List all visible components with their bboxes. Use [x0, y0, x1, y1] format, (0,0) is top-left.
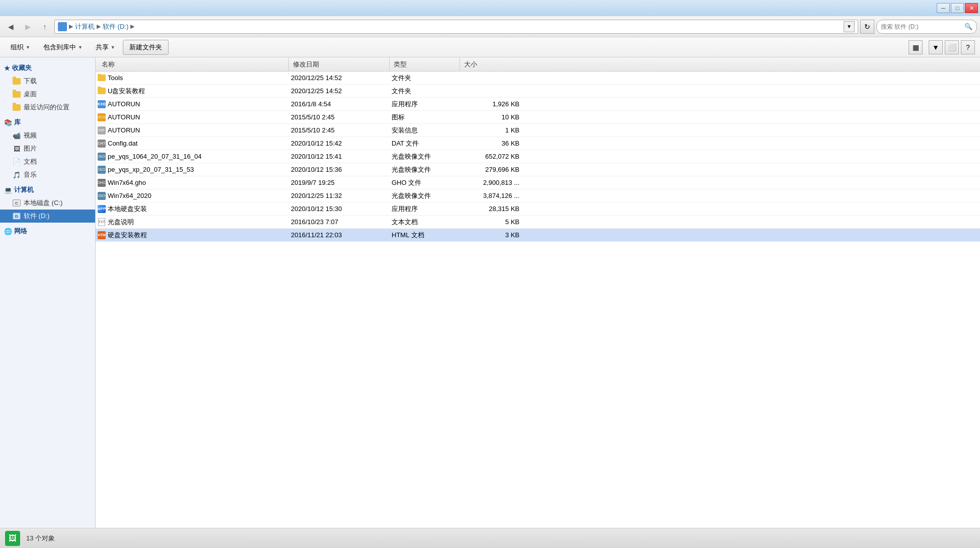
- file-size-cell: 1 KB: [458, 126, 523, 134]
- sidebar-item-drive-c[interactable]: C 本地磁盘 (C:): [0, 196, 95, 210]
- col-type-header[interactable]: 类型: [390, 57, 460, 71]
- forward-button[interactable]: ▶: [20, 20, 35, 34]
- table-row[interactable]: ICO AUTORUN 2015/5/10 2:45 图标 10 KB: [96, 111, 980, 124]
- file-name-cell: DAT Config.dat: [96, 140, 287, 148]
- table-row[interactable]: ISO pe_yqs_1064_20_07_31_16_04 2020/10/1…: [96, 150, 980, 163]
- table-row[interactable]: U盘安装教程 2020/12/25 14:52 文件夹: [96, 85, 980, 98]
- file-name-cell: U盘安装教程: [96, 87, 287, 96]
- file-date-cell: 2015/5/10 2:45: [287, 126, 388, 134]
- table-row[interactable]: EXE AUTORUN 2016/1/8 4:54 应用程序 1,926 KB: [96, 98, 980, 111]
- sidebar-item-document[interactable]: 📄 文档: [0, 155, 95, 168]
- refresh-button[interactable]: ↻: [860, 20, 874, 34]
- file-name-cell: TXT 光盘说明: [96, 218, 287, 227]
- folder-icon: [98, 75, 106, 81]
- sidebar-item-recent[interactable]: 最近访问的位置: [0, 101, 95, 114]
- table-row[interactable]: ISO Win7x64_2020 2020/12/25 11:32 光盘映像文件…: [96, 189, 980, 202]
- table-row[interactable]: DAT Config.dat 2020/10/12 15:42 DAT 文件 3…: [96, 137, 980, 150]
- sidebar-item-download[interactable]: 下载: [0, 75, 95, 88]
- file-date-cell: 2020/10/12 15:42: [287, 140, 388, 147]
- drive-c-icon: C: [13, 199, 21, 207]
- help-button[interactable]: ?: [961, 40, 975, 54]
- inf-icon: INF: [98, 126, 106, 134]
- file-type-cell: 文本文档: [388, 218, 458, 227]
- sidebar-item-picture[interactable]: 🖼 图片: [0, 142, 95, 155]
- file-type-cell: 安装信息: [388, 126, 458, 135]
- file-size-cell: 10 KB: [458, 113, 523, 121]
- txt-icon: TXT: [98, 218, 105, 226]
- computer-section: 💻 计算机 C 本地磁盘 (C:) D 软件 (D:): [0, 183, 95, 223]
- up-button[interactable]: ↑: [37, 20, 52, 34]
- file-date-cell: 2016/11/21 22:03: [287, 231, 388, 239]
- file-type-cell: GHO 文件: [388, 178, 458, 187]
- organize-button[interactable]: 组织 ▼: [5, 40, 36, 55]
- new-folder-button[interactable]: 新建文件夹: [123, 40, 169, 55]
- address-dropdown-btn[interactable]: ▼: [844, 21, 855, 32]
- file-type-cell: DAT 文件: [388, 139, 458, 148]
- sidebar-item-desktop[interactable]: 桌面: [0, 88, 95, 101]
- table-row[interactable]: APP 本地硬盘安装 2020/10/12 15:30 应用程序 28,315 …: [96, 202, 980, 216]
- exe-icon: EXE: [98, 100, 106, 108]
- file-name-text: AUTORUN: [108, 126, 140, 134]
- table-row[interactable]: Tools 2020/12/25 14:52 文件夹: [96, 72, 980, 85]
- library-header[interactable]: 📚 库: [0, 116, 95, 129]
- sidebar-item-video[interactable]: 📹 视频: [0, 129, 95, 142]
- file-name-cell: EXE AUTORUN: [96, 100, 287, 108]
- col-name-header[interactable]: 名称: [98, 57, 289, 71]
- library-icon: 📚: [4, 119, 12, 126]
- file-type-icon: ISO: [98, 192, 106, 200]
- folder-icon: [13, 91, 21, 98]
- file-size-cell: 1,926 KB: [458, 100, 523, 108]
- search-input[interactable]: [881, 23, 962, 30]
- computer-icon: [58, 22, 67, 31]
- file-name-text: pe_yqs_xp_20_07_31_15_53: [108, 166, 194, 173]
- sidebar-item-drive-d[interactable]: D 软件 (D:): [0, 210, 95, 223]
- breadcrumb-computer[interactable]: 计算机: [75, 22, 95, 31]
- view-toggle-button[interactable]: ▦: [909, 40, 923, 54]
- table-row[interactable]: ISO pe_yqs_xp_20_07_31_15_53 2020/10/12 …: [96, 163, 980, 176]
- file-type-cell: 应用程序: [388, 204, 458, 214]
- col-date-header[interactable]: 修改日期: [289, 57, 390, 71]
- breadcrumb-drive[interactable]: 软件 (D:): [103, 22, 128, 31]
- file-type-cell: 光盘映像文件: [388, 165, 458, 174]
- include-in-library-button[interactable]: 包含到库中 ▼: [38, 40, 88, 55]
- network-header[interactable]: 🌐 网络: [0, 225, 95, 238]
- file-size-cell: 652,072 KB: [458, 153, 523, 160]
- computer-header[interactable]: 💻 计算机: [0, 183, 95, 196]
- close-button[interactable]: ✕: [965, 3, 978, 13]
- file-name-cell: INF AUTORUN: [96, 126, 287, 134]
- app-icon: APP: [98, 205, 106, 213]
- table-row[interactable]: INF AUTORUN 2015/5/10 2:45 安装信息 1 KB: [96, 124, 980, 137]
- file-size-cell: 5 KB: [458, 218, 523, 226]
- dat-icon: DAT: [98, 140, 106, 148]
- file-name-text: AUTORUN: [108, 113, 140, 121]
- file-type-cell: 光盘映像文件: [388, 191, 458, 200]
- iso-icon: ISO: [98, 153, 106, 161]
- minimize-button[interactable]: ─: [937, 3, 950, 13]
- navbar: ◀ ▶ ↑ ▶ 计算机 ▶ 软件 (D:) ▶ ▼ ↻ 🔍: [0, 16, 980, 37]
- table-row[interactable]: HTM 硬盘安装教程 2016/11/21 22:03 HTML 文档 3 KB: [96, 229, 980, 242]
- col-size-header[interactable]: 大小: [460, 57, 525, 71]
- file-date-cell: 2020/12/25 11:32: [287, 192, 388, 199]
- file-name-text: 硬盘安装教程: [108, 231, 147, 240]
- maximize-button[interactable]: □: [951, 3, 964, 13]
- file-type-icon: HTM: [98, 231, 106, 239]
- table-row[interactable]: GHO Win7x64.gho 2019/9/7 19:25 GHO 文件 2,…: [96, 176, 980, 189]
- sidebar-item-music[interactable]: 🎵 音乐: [0, 168, 95, 181]
- table-row[interactable]: TXT 光盘说明 2016/10/23 7:07 文本文档 5 KB: [96, 216, 980, 229]
- file-type-cell: 应用程序: [388, 100, 458, 109]
- back-button[interactable]: ◀: [3, 20, 18, 34]
- file-name-cell: ISO pe_yqs_xp_20_07_31_15_53: [96, 166, 287, 174]
- file-date-cell: 2016/10/23 7:07: [287, 218, 388, 226]
- share-button[interactable]: 共享 ▼: [90, 40, 121, 55]
- ico-icon: ICO: [98, 113, 106, 121]
- file-type-icon: [98, 87, 106, 95]
- preview-pane-button[interactable]: ⬜: [945, 40, 959, 54]
- file-size-cell: 279,696 KB: [458, 166, 523, 173]
- file-type-icon: ISO: [98, 166, 106, 174]
- filelist-area: 名称 修改日期 类型 大小 Tools 2020/12/25 14:52 文件夹…: [96, 57, 980, 528]
- window-controls: ─ □ ✕: [937, 3, 978, 13]
- favorites-header[interactable]: ★ 收藏夹: [0, 61, 95, 75]
- file-type-icon: DAT: [98, 140, 106, 148]
- view-options-button[interactable]: ▼: [929, 40, 943, 54]
- computer-icon: 💻: [4, 186, 12, 194]
